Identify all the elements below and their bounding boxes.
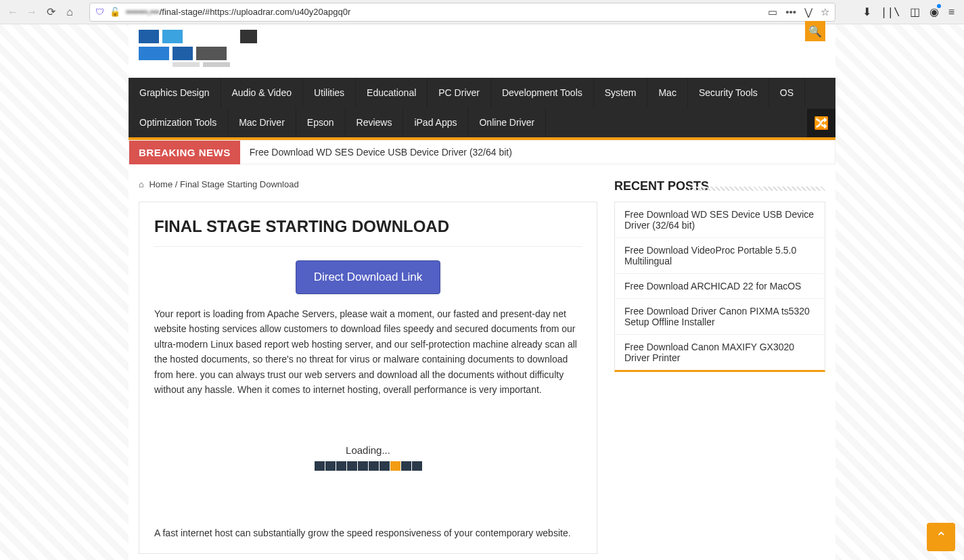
forward-button[interactable]: → xyxy=(26,6,38,18)
shuffle-button[interactable]: 🔀 xyxy=(807,109,835,137)
breaking-text[interactable]: Free Download WD SES Device USB Device D… xyxy=(240,147,512,158)
url-text: ▪▪▪▪▪▪▪.▪▪▪/final-stage/#https://uploadr… xyxy=(126,7,762,17)
nav-item[interactable]: Online Driver xyxy=(468,108,546,137)
nav-item[interactable]: System xyxy=(594,78,648,108)
loading-segment-active xyxy=(390,461,400,471)
nav-item[interactable]: OS xyxy=(769,78,805,108)
downloads-icon[interactable]: ⬇ xyxy=(863,5,871,18)
loading-label: Loading... xyxy=(346,444,390,456)
site-logo[interactable] xyxy=(139,30,260,67)
breadcrumb-sep: / xyxy=(175,179,178,189)
recent-post-item[interactable]: Free Download Canon MAXIFY GX3020 Driver… xyxy=(615,335,825,370)
breaking-news-bar: Breaking News Free Download WD SES Devic… xyxy=(129,140,835,164)
bookmark-star-icon[interactable]: ☆ xyxy=(821,6,829,18)
main-nav: Graphics Design Audio & Video Utilities … xyxy=(129,78,835,137)
article-paragraph-1: Your report is loading from Apache Serve… xyxy=(154,306,582,397)
content-wrap: ⌂ Home / Final Stage Starting Download F… xyxy=(129,164,835,560)
download-button-wrap: Direct Download Link xyxy=(154,260,582,294)
pocket-icon[interactable]: ⋁ xyxy=(804,6,812,18)
loading-segment xyxy=(380,461,390,471)
url-right-icons: ▭ ••• ⋁ ☆ xyxy=(768,6,829,18)
site-container: 🔍 Graphics Design Audio & Video Utilitie… xyxy=(129,24,835,560)
url-domain-blurred: ▪▪▪▪▪▪▪.▪▪▪ xyxy=(126,7,160,17)
nav-item[interactable]: iPad Apps xyxy=(403,108,468,137)
nav-item[interactable]: Security Tools xyxy=(688,78,769,108)
nav-item[interactable]: Audio & Video xyxy=(221,78,303,108)
breadcrumb-current: Final Stage Starting Download xyxy=(180,179,299,189)
article-box: Final Stage Starting Download Direct Dow… xyxy=(139,202,597,554)
loading-segment xyxy=(401,461,411,471)
recent-post-item[interactable]: Free Download VideoProc Portable 5.5.0 M… xyxy=(615,238,825,274)
loading-segment xyxy=(315,461,325,471)
home-button[interactable]: ⌂ xyxy=(64,6,76,18)
nav-item[interactable]: Educational xyxy=(356,78,428,108)
page-body: 🔍 Graphics Design Audio & Video Utilitie… xyxy=(0,24,964,560)
recent-post-item[interactable]: Free Download WD SES Device USB Device D… xyxy=(615,202,825,238)
nav-buttons: ← → ⟳ ⌂ xyxy=(7,6,76,18)
title-underline xyxy=(154,246,582,247)
loading-segment xyxy=(347,461,357,471)
home-icon: ⌂ xyxy=(139,179,144,189)
nav-item[interactable]: Optimization Tools xyxy=(129,108,228,137)
direct-download-button[interactable]: Direct Download Link xyxy=(296,260,441,294)
loading-segment xyxy=(412,461,422,471)
recent-post-item[interactable]: Free Download ARCHICAD 22 for MacOS xyxy=(615,274,825,299)
lock-crossed-icon[interactable]: 🔓 xyxy=(110,7,120,17)
nav-item[interactable]: Mac Driver xyxy=(228,108,296,137)
nav-item[interactable]: Epson xyxy=(296,108,346,137)
more-icon[interactable]: ••• xyxy=(785,6,796,18)
loading-segment xyxy=(336,461,346,471)
scroll-top-button[interactable]: ⌃ xyxy=(927,523,955,551)
toolbar-right: ⬇ ||\ ◫ ◉ ≡ xyxy=(863,5,955,18)
shield-icon[interactable]: 🛡 xyxy=(95,7,104,17)
recent-post-item[interactable]: Free Download Driver Canon PIXMA ts5320 … xyxy=(615,299,825,335)
shuffle-icon: 🔀 xyxy=(814,116,829,131)
account-icon[interactable]: ◉ xyxy=(929,5,939,18)
site-header: 🔍 xyxy=(129,24,835,78)
recent-posts-title: Recent Posts xyxy=(614,179,825,193)
library-icon[interactable]: ||\ xyxy=(881,5,900,18)
loading-area: Loading... xyxy=(154,444,582,473)
breadcrumb-home[interactable]: Home xyxy=(149,179,173,189)
search-icon: 🔍 xyxy=(808,25,822,38)
recent-posts-box: Free Download WD SES Device USB Device D… xyxy=(614,202,825,372)
menu-icon[interactable]: ≡ xyxy=(948,6,955,18)
url-security-icons: 🛡 🔓 xyxy=(95,7,120,17)
nav-item[interactable]: Reviews xyxy=(346,108,404,137)
main-column: ⌂ Home / Final Stage Starting Download F… xyxy=(139,179,597,554)
breadcrumb: ⌂ Home / Final Stage Starting Download xyxy=(139,179,597,189)
loading-bar xyxy=(315,461,422,471)
nav-item[interactable]: Graphics Design xyxy=(129,78,221,108)
loading-segment xyxy=(358,461,368,471)
nav-item[interactable]: Utilities xyxy=(303,78,356,108)
article-title: Final Stage Starting Download xyxy=(154,217,582,236)
loading-segment xyxy=(369,461,379,471)
reader-icon[interactable]: ▭ xyxy=(768,6,777,18)
back-button[interactable]: ← xyxy=(7,6,19,18)
search-button[interactable]: 🔍 xyxy=(805,21,825,41)
article-paragraph-2: A fast internet host can substantially g… xyxy=(154,528,582,538)
url-bar[interactable]: 🛡 🔓 ▪▪▪▪▪▪▪.▪▪▪/final-stage/#https://upl… xyxy=(89,3,835,22)
nav-item[interactable]: PC Driver xyxy=(428,78,491,108)
sidebar-icon[interactable]: ◫ xyxy=(910,5,920,18)
sidebar: Recent Posts Free Download WD SES Device… xyxy=(614,179,825,554)
nav-item[interactable]: Mac xyxy=(647,78,687,108)
breaking-label: Breaking News xyxy=(129,141,240,164)
reload-button[interactable]: ⟳ xyxy=(45,6,57,18)
loading-segment xyxy=(325,461,336,471)
chevron-up-icon: ⌃ xyxy=(936,529,947,545)
nav-item[interactable]: Development Tools xyxy=(491,78,594,108)
